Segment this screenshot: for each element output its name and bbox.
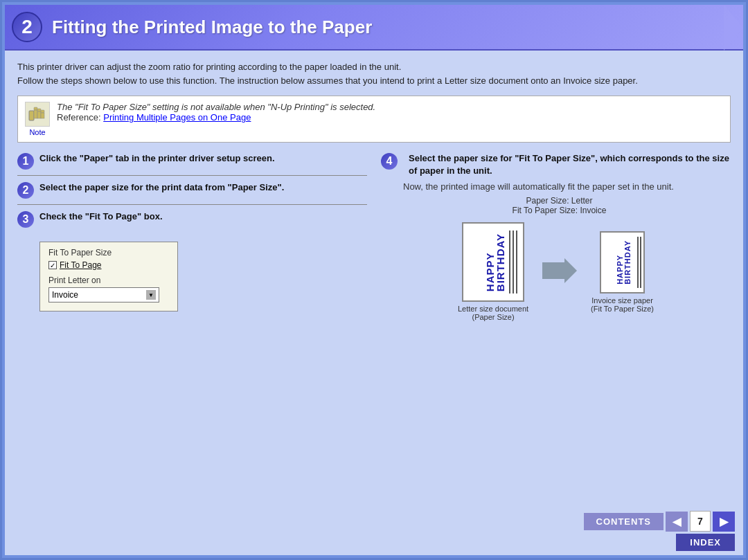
step-2: 2 Select the paper size for the print da…: [17, 181, 367, 205]
small-vline-2: [640, 237, 641, 288]
svg-marker-7: [542, 258, 577, 283]
large-paper-text: HAPPYBIRTHDAY: [485, 233, 506, 291]
page-content: This printer driver can adjust the zoom …: [5, 51, 743, 507]
note-box: Note The "Fit To Paper Size" setting is …: [17, 96, 731, 143]
reference-label: Reference:: [57, 112, 101, 123]
invoice-paper: HAPPYBIRTHDAY: [600, 231, 645, 293]
footer-contents-row: CONTENTS ◀ 7 ▶: [584, 511, 736, 532]
vline-3: [516, 231, 517, 293]
contents-button[interactable]: CONTENTS: [584, 513, 664, 530]
note-icon: [25, 102, 50, 127]
step-3-text: Check the "Fit To Page" box.: [39, 210, 163, 223]
index-button[interactable]: INDEX: [676, 534, 735, 551]
note-content: The "Fit To Paper Size" setting is not a…: [57, 102, 723, 123]
paper-size-info: Paper Size: Letter: [526, 196, 592, 206]
svg-rect-5: [41, 110, 44, 113]
letter-caption: Letter size document (Paper Size): [458, 305, 528, 321]
footer: CONTENTS ◀ 7 ▶ INDEX: [5, 507, 743, 555]
step-3: 3 Check the "Fit To Page" box.: [17, 210, 367, 233]
fit-to-paper-info: Fit To Paper Size: Invoice: [513, 206, 607, 215]
page-number: 7: [690, 511, 711, 532]
footer-index-row: INDEX: [676, 534, 735, 551]
svg-rect-0: [29, 111, 34, 120]
fit-to-page-row[interactable]: ✓ Fit To Page: [48, 260, 169, 270]
arrow-icon: [542, 258, 577, 285]
step-4-text: Select the paper size for "Fit To Paper …: [409, 152, 731, 177]
note-italic-text: The "Fit To Paper Size" setting is not a…: [57, 102, 723, 112]
invoice-caption: Invoice size paper (Fit To Paper Size): [591, 296, 654, 313]
note-label: Note: [29, 128, 45, 136]
fit-paper-size-box: Fit To Paper Size ✓ Fit To Page Print Le…: [39, 242, 178, 311]
right-column: 4 Select the paper size for "Fit To Pape…: [381, 152, 731, 501]
step-2-text: Select the paper size for the print data…: [39, 181, 284, 194]
footer-nav: CONTENTS ◀ 7 ▶ INDEX: [584, 511, 736, 551]
vline-1: [509, 231, 510, 293]
invoice-caption-line2: (Fit To Paper Size): [591, 305, 654, 313]
page-header: 2 Fitting the Printed Image to the Paper: [5, 5, 743, 51]
invoice-dropdown[interactable]: Invoice ▼: [48, 287, 159, 302]
page-title: Fitting the Printed Image to the Paper: [52, 17, 372, 38]
small-paper-text: HAPPYBIRTHDAY: [616, 240, 632, 284]
svg-rect-1: [34, 107, 37, 110]
note-reference: Reference: Printing Multiple Pages on On…: [57, 112, 723, 123]
letter-paper-doc: HAPPYBIRTHDAY Letter size document (Pape…: [458, 222, 528, 321]
dropdown-value: Invoice: [52, 290, 78, 300]
fit-to-page-checkbox[interactable]: ✓: [48, 261, 57, 269]
intro-paragraph: This printer driver can adjust the zoom …: [17, 60, 731, 87]
letter-caption-line1: Letter size document: [458, 305, 528, 313]
small-vline-1: [637, 237, 639, 288]
svg-rect-3: [37, 109, 41, 111]
fit-paper-title: Fit To Paper Size: [48, 248, 169, 258]
step-2-number: 2: [17, 182, 34, 199]
small-paper-lines: [637, 237, 641, 288]
large-paper-lines: [509, 231, 517, 293]
step-1: 1 Click the "Paper" tab in the printer d…: [17, 152, 367, 176]
invoice-caption-line1: Invoice size paper: [591, 296, 653, 305]
fit-to-page-label: Fit To Page: [60, 260, 101, 270]
intro-line1: This printer driver can adjust the zoom …: [17, 62, 401, 72]
chapter-number: 2: [12, 12, 42, 42]
step-1-text: Click the "Paper" tab in the printer dri…: [39, 152, 275, 165]
reference-link[interactable]: Printing Multiple Pages on One Page: [103, 112, 251, 123]
svg-rect-2: [34, 110, 37, 118]
step-1-number: 1: [17, 153, 34, 170]
letter-caption-line2: (Paper Size): [472, 313, 514, 321]
step-3-number: 3: [17, 211, 34, 228]
svg-rect-6: [41, 113, 44, 118]
step-4-header: 4 Select the paper size for "Fit To Pape…: [381, 152, 731, 177]
intro-line2: Follow the steps shown below to use this…: [17, 75, 638, 86]
paper-info: Paper Size: Letter Fit To Paper Size: In…: [388, 196, 731, 215]
vline-2: [513, 231, 514, 293]
dropdown-arrow-icon[interactable]: ▼: [146, 290, 156, 300]
diagram-area: HAPPYBIRTHDAY Letter size document (Pape…: [381, 222, 731, 321]
main-body: 1 Click the "Paper" tab in the printer d…: [17, 152, 731, 501]
step-4-number: 4: [381, 153, 398, 170]
header-arrow-icon: [724, 5, 743, 51]
letter-paper: HAPPYBIRTHDAY: [462, 222, 524, 302]
left-column: 1 Click the "Paper" tab in the printer d…: [17, 152, 367, 501]
invoice-paper-doc: HAPPYBIRTHDAY Invoice size paper (Fit To…: [591, 231, 654, 313]
next-button[interactable]: ▶: [713, 512, 735, 532]
step-4-subtext: Now, the printed image will automaticall…: [403, 181, 731, 192]
svg-rect-4: [37, 111, 41, 118]
prev-button[interactable]: ◀: [666, 512, 688, 532]
print-letter-on-label: Print Letter on: [48, 276, 169, 285]
